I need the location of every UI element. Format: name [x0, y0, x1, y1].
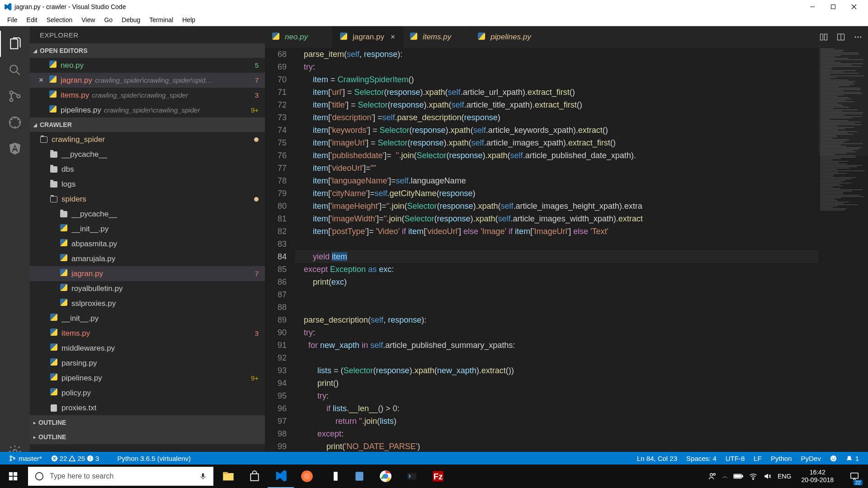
status-linter[interactable]: PyDev	[796, 455, 825, 462]
tree-folder[interactable]: __pycache__	[30, 147, 265, 162]
compare-changes-icon[interactable]	[819, 33, 828, 42]
tray-wifi-icon[interactable]	[749, 472, 758, 481]
status-branch[interactable]: master*	[5, 455, 47, 462]
status-encoding[interactable]: UTF-8	[721, 455, 750, 462]
menu-go[interactable]: Go	[99, 14, 117, 25]
tree-file[interactable]: sslproxies.py	[30, 296, 265, 311]
code-editor[interactable]: 6869707172737475767778798081828384858687…	[265, 48, 868, 465]
tree-file[interactable]: items.py3	[30, 326, 265, 341]
editor-tab[interactable]: jagran.py×	[333, 26, 403, 48]
code-area[interactable]: parse_item(self, response): try: item = …	[295, 48, 818, 465]
editor-tab[interactable]: items.py	[403, 26, 471, 48]
taskbar-app-dark-icon[interactable]	[320, 465, 346, 488]
taskbar-vscode-icon[interactable]	[268, 465, 294, 488]
svg-point-42	[713, 474, 715, 475]
outline-header-1[interactable]: OUTLINE	[30, 415, 265, 430]
svg-rect-45	[735, 475, 741, 478]
activity-explorer-icon[interactable]	[0, 31, 30, 57]
status-python[interactable]: Python 3.6.5 (virtualenv)	[113, 455, 195, 462]
tray-language[interactable]: ENG	[778, 473, 791, 480]
status-feedback-icon[interactable]	[826, 455, 841, 462]
tray-battery-icon[interactable]	[733, 473, 743, 479]
status-live-icon[interactable]	[104, 455, 113, 462]
tree-file[interactable]: __init__.py	[30, 221, 265, 236]
taskbar-app-note-icon[interactable]	[346, 465, 373, 488]
svg-point-11	[858, 37, 859, 38]
editor-tab[interactable]: neo.py	[265, 26, 333, 48]
svg-point-3	[10, 99, 13, 102]
tree-folder[interactable]: __pycache__	[30, 206, 265, 221]
open-editor-item[interactable]: pipelines.pycrawling_spider\crawling_spi…	[30, 103, 265, 117]
tree-file[interactable]: jagran.py7	[30, 266, 265, 281]
minimap[interactable]	[818, 48, 868, 465]
svg-point-4	[17, 95, 20, 98]
menu-edit[interactable]: Edit	[22, 14, 42, 25]
tray-clock[interactable]: 16:42 20-09-2018	[797, 469, 838, 484]
activity-search-icon[interactable]	[0, 57, 30, 83]
status-language[interactable]: Python	[766, 455, 797, 462]
system-tray: ︿ ENG 16:42 20-09-2018 22	[708, 465, 868, 488]
activity-debug-icon[interactable]	[0, 109, 30, 136]
taskbar-app-orange-icon[interactable]	[294, 465, 320, 488]
taskbar-search[interactable]: Type here to search	[28, 467, 213, 486]
more-actions-icon[interactable]	[854, 33, 863, 42]
activity-scm-icon[interactable]	[0, 83, 30, 109]
status-indentation[interactable]: Spaces: 4	[682, 455, 721, 462]
menu-view[interactable]: View	[77, 14, 99, 25]
tree-file[interactable]: policy.py	[30, 385, 265, 400]
tree-folder[interactable]: spiders	[30, 192, 265, 206]
mic-icon[interactable]	[199, 472, 207, 480]
open-editor-item[interactable]: neo.py5	[30, 58, 265, 73]
editor-group: neo.pyjagran.py×items.pypipelines.py 686…	[265, 26, 868, 465]
taskbar-store-icon[interactable]	[241, 465, 268, 488]
tree-folder[interactable]: crawling_spider	[30, 132, 265, 147]
open-editors-list: neo.py5×jagran.pycrawling_spider\crawlin…	[30, 58, 265, 117]
tray-chevron-icon[interactable]: ︿	[722, 473, 728, 480]
tree-file[interactable]: amarujala.py	[30, 251, 265, 266]
tree-file[interactable]: royalbulletin.py	[30, 281, 265, 296]
taskbar-explorer-icon[interactable]	[215, 465, 241, 488]
tree-folder[interactable]: dbs	[30, 162, 265, 177]
taskbar-chrome-icon[interactable]	[373, 465, 399, 488]
taskbar-filezilla-icon[interactable]: Fz	[425, 465, 451, 488]
open-editors-header[interactable]: OPEN EDITORS	[30, 43, 265, 58]
menu-file[interactable]: File	[3, 14, 22, 25]
tree-file[interactable]: __init__.py	[30, 311, 265, 326]
status-notifications-icon[interactable]: 1	[841, 455, 863, 462]
open-editor-item[interactable]: items.pycrawling_spider\crawling_spider3	[30, 88, 265, 103]
menu-debug[interactable]: Debug	[117, 14, 145, 25]
menu-selection[interactable]: Selection	[42, 14, 77, 25]
tree-file[interactable]: parsing.py	[30, 356, 265, 371]
status-cursor-position[interactable]: Ln 84, Col 23	[632, 455, 682, 462]
open-editor-item[interactable]: ×jagran.pycrawling_spider\crawling_spide…	[30, 73, 265, 88]
svg-point-26	[36, 473, 43, 480]
tree-folder[interactable]: logs	[30, 177, 265, 192]
menu-help[interactable]: Help	[178, 14, 200, 25]
status-eol[interactable]: LF	[749, 455, 766, 462]
status-problems[interactable]: 22 25 i3	[47, 455, 104, 462]
svg-text:i: i	[90, 456, 90, 461]
window-close-button[interactable]	[844, 0, 864, 14]
tray-notifications-icon[interactable]: 22	[844, 465, 865, 488]
start-button[interactable]	[0, 465, 26, 488]
tree-file[interactable]: middlewares.py	[30, 341, 265, 356]
tree-file[interactable]: proxies.txt	[30, 400, 265, 415]
tray-volume-icon[interactable]	[763, 472, 772, 481]
taskbar-app-cmd-icon[interactable]	[399, 465, 425, 488]
crawler-header[interactable]: CRAWLER	[30, 117, 265, 132]
menu-terminal[interactable]: Terminal	[145, 14, 178, 25]
editor-tabs: neo.pyjagran.py×items.pypipelines.py	[265, 26, 868, 48]
tree-file[interactable]: abpasmita.py	[30, 236, 265, 251]
activity-angular-icon[interactable]	[0, 136, 30, 162]
svg-rect-0	[831, 5, 835, 9]
tree-file[interactable]: pipelines.py9+	[30, 371, 265, 385]
outline-header-2[interactable]: OUTLINE	[30, 430, 265, 444]
crawler-label: CRAWLER	[40, 121, 72, 128]
svg-point-13	[10, 456, 11, 457]
window-maximize-button[interactable]	[823, 0, 844, 14]
split-editor-icon[interactable]	[836, 33, 845, 42]
editor-tab[interactable]: pipelines.py	[471, 26, 539, 48]
window-minimize-button[interactable]	[802, 0, 823, 14]
activity-bar	[0, 26, 30, 465]
tray-people-icon[interactable]	[708, 472, 717, 481]
